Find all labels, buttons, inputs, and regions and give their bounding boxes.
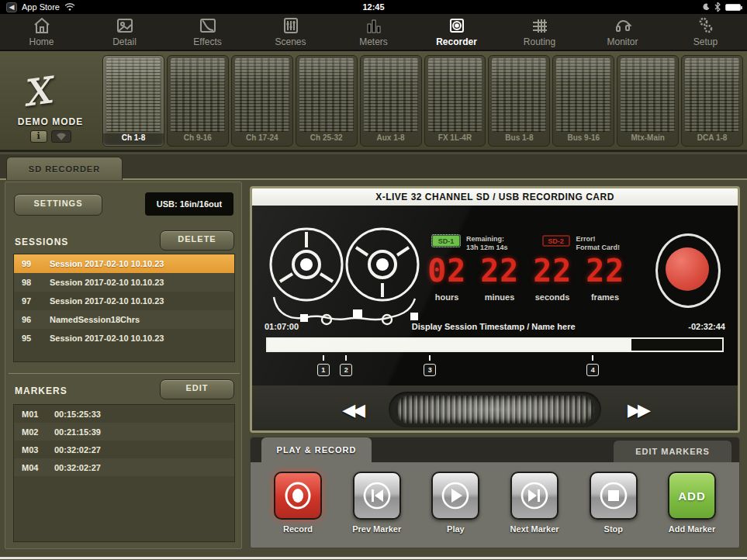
session-row[interactable]: 96 NamedSession18Chrs bbox=[14, 310, 234, 329]
meter-grid bbox=[364, 58, 418, 132]
prev-marker-icon bbox=[361, 480, 393, 511]
meter-grid bbox=[492, 58, 546, 132]
sd2-card-badge[interactable]: SD-2 bbox=[542, 235, 570, 247]
fast-forward-button[interactable]: ▶▶ bbox=[628, 400, 648, 420]
prev-marker-button[interactable] bbox=[353, 472, 401, 520]
next-marker-icon bbox=[519, 480, 550, 511]
home-icon bbox=[33, 16, 51, 35]
curve-icon bbox=[199, 16, 217, 35]
meter-grid bbox=[621, 58, 675, 132]
timecode-frames: 22 bbox=[583, 254, 628, 288]
divider bbox=[9, 373, 240, 374]
sd1-status-text: Remaining: 13h 12m 14s bbox=[466, 235, 508, 252]
elapsed-time: 01:07:00 bbox=[265, 322, 299, 331]
delete-session-button[interactable]: DELETE bbox=[161, 231, 233, 250]
bank-dca-1-8[interactable]: DCA 1-8 bbox=[681, 55, 743, 147]
info-button[interactable]: i bbox=[30, 130, 47, 143]
play-button[interactable] bbox=[431, 472, 479, 520]
transport-tabstrip: PLAY & RECORD EDIT MARKERS bbox=[251, 437, 739, 462]
bank-aux-1-8[interactable]: Aux 1-8 bbox=[360, 55, 422, 147]
x32-logo: x bbox=[18, 56, 55, 119]
session-name-display: Display Session Timestamp / Name here bbox=[412, 322, 576, 331]
timeline-marker[interactable]: 3 bbox=[423, 355, 437, 376]
settings-button[interactable]: SETTINGS bbox=[15, 195, 102, 215]
recorder-sidebar: SETTINGS USB: 16in/16out SESSIONS DELETE… bbox=[5, 181, 242, 549]
main-nav: Home Detail Effects Scenes bbox=[0, 14, 747, 51]
tape-display: SD-1 Remaining: 13h 12m 14s SD-2 Error! … bbox=[252, 206, 738, 385]
stop-button[interactable] bbox=[590, 472, 638, 520]
sessions-list: 99 Session 2017-02-10 10.10.23 98 Sessio… bbox=[13, 254, 235, 362]
timecode-minutes: 22 bbox=[477, 254, 522, 288]
demo-mode-label: DEMO MODE bbox=[0, 116, 101, 127]
sd1-card-badge[interactable]: SD-1 bbox=[432, 235, 460, 247]
edit-markers-button[interactable]: EDIT bbox=[161, 380, 233, 399]
tab-edit-markers[interactable]: EDIT MARKERS bbox=[614, 441, 731, 462]
jog-wheel[interactable] bbox=[396, 396, 594, 423]
usb-mode-display[interactable]: USB: 16in/16out bbox=[145, 192, 233, 216]
nav-item-home[interactable]: Home bbox=[0, 14, 83, 50]
tab-sd-recorder[interactable]: SD RECORDER bbox=[6, 157, 123, 180]
bank-bus-1-8[interactable]: Bus 1-8 bbox=[488, 55, 550, 147]
timeline-marker[interactable]: 1 bbox=[316, 355, 330, 376]
meter-bars-icon bbox=[365, 16, 383, 35]
timeline-markers: 1 2 3 4 bbox=[266, 355, 724, 385]
session-row[interactable]: 99 Session 2017-02-10 10.10.23 bbox=[14, 254, 234, 273]
nav-item-routing[interactable]: Routing bbox=[498, 14, 581, 50]
marker-row[interactable]: M04 00:32:02:27 bbox=[14, 458, 234, 476]
meter-grid bbox=[556, 58, 610, 132]
recorder-card-title: X-LIVE 32 CHANNEL SD / USB RECORDING CAR… bbox=[252, 188, 738, 206]
nav-item-setup[interactable]: Setup bbox=[664, 14, 747, 50]
record-icon bbox=[282, 480, 313, 511]
session-row[interactable]: 95 Session 2017-02-10 10.10.23 bbox=[14, 329, 234, 347]
marker-row[interactable]: M03 00:32:02:27 bbox=[14, 441, 234, 458]
markers-title: MARKERS bbox=[15, 385, 67, 396]
meter-grid bbox=[235, 58, 289, 132]
nav-item-monitor[interactable]: Monitor bbox=[581, 14, 664, 50]
bank-bus-9-16[interactable]: Bus 9-16 bbox=[552, 55, 614, 147]
nav-item-meters[interactable]: Meters bbox=[332, 14, 415, 50]
timeline-progress[interactable] bbox=[266, 337, 724, 352]
sessions-title: SESSIONS bbox=[15, 237, 68, 247]
tape-reels-icon bbox=[261, 216, 432, 334]
marker-row[interactable]: M01 00:15:25:33 bbox=[14, 405, 234, 423]
record-lamp-dot bbox=[666, 247, 709, 291]
recorder-icon bbox=[448, 16, 466, 35]
bank-selector: Ch 1-8 Ch 9-16 Ch 17-24 Ch 25-32 Aux 1-8… bbox=[101, 51, 747, 150]
bank-ch-1-8[interactable]: Ch 1-8 bbox=[102, 55, 164, 147]
markers-list: M01 00:15:25:33 M02 00:21:15:39 M03 00:3… bbox=[13, 404, 235, 542]
shuttle-section: ◀◀ ▶▶ bbox=[252, 385, 738, 433]
progress-fill bbox=[268, 339, 631, 351]
bank-ch-17-24[interactable]: Ch 17-24 bbox=[231, 55, 293, 147]
nav-item-effects[interactable]: Effects bbox=[166, 14, 249, 50]
meter-grid bbox=[428, 58, 482, 132]
tab-play-and-record[interactable]: PLAY & RECORD bbox=[261, 437, 372, 462]
rewind-button[interactable]: ◀◀ bbox=[342, 400, 362, 420]
gears-icon bbox=[697, 16, 715, 35]
marker-row[interactable]: M02 00:21:15:39 bbox=[14, 423, 234, 441]
bank-ch-25-32[interactable]: Ch 25-32 bbox=[296, 55, 358, 147]
timecode-hours: 02 bbox=[424, 254, 469, 288]
sd-card-status: SD-1 Remaining: 13h 12m 14s SD-2 Error! … bbox=[432, 235, 620, 252]
bank-fx-1l-4r[interactable]: FX 1L-4R bbox=[424, 55, 486, 147]
screen-edge bbox=[0, 557, 747, 559]
add-marker-button[interactable]: ADD bbox=[668, 472, 716, 520]
connection-button[interactable] bbox=[51, 130, 71, 143]
nav-item-recorder[interactable]: Recorder bbox=[415, 14, 498, 50]
record-button[interactable] bbox=[274, 472, 322, 520]
remaining-time: -02:32:44 bbox=[688, 322, 725, 331]
timeline-marker[interactable]: 2 bbox=[339, 355, 353, 376]
bank-ch-9-16[interactable]: Ch 9-16 bbox=[167, 55, 229, 147]
next-marker-button[interactable] bbox=[510, 472, 559, 520]
session-row[interactable]: 98 Session 2017-02-10 10.10.23 bbox=[14, 273, 234, 292]
play-icon bbox=[440, 480, 471, 511]
session-row[interactable]: 97 Session 2017-02-10 10.10.23 bbox=[14, 292, 234, 310]
meter-grid bbox=[685, 58, 739, 132]
timecode-display: 02 hours 22 minues 22 seconds 22 frames bbox=[424, 254, 628, 302]
timeline-marker[interactable]: 4 bbox=[586, 355, 600, 376]
photo-icon bbox=[116, 16, 134, 35]
timecode-seconds: 22 bbox=[530, 254, 575, 288]
app-screen: 12:45 ◀ App Store Home bbox=[0, 0, 747, 560]
nav-item-scenes[interactable]: Scenes bbox=[249, 14, 332, 50]
nav-item-detail[interactable]: Detail bbox=[83, 14, 166, 50]
bank-mtx-main[interactable]: Mtx-Main bbox=[617, 55, 679, 147]
